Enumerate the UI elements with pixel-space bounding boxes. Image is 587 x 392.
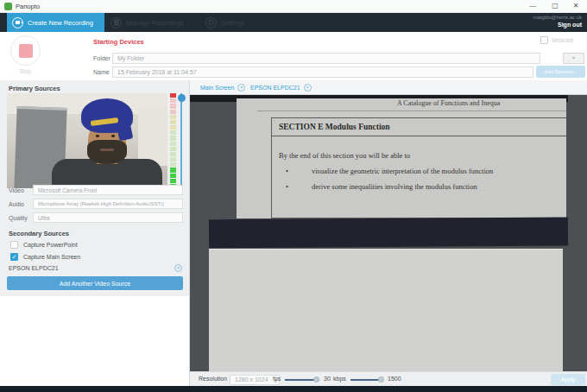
tab-epson-elpdc21[interactable]: EPSON ELPDC21 ×: [250, 80, 312, 95]
secondary-device-name: EPSON ELPDC21: [9, 265, 59, 271]
minimize-button[interactable]: —: [523, 0, 542, 12]
audio-label: Audio: [9, 201, 24, 207]
document-section-title: SECTION E Modulus Function: [272, 118, 566, 136]
close-button[interactable]: ✕: [566, 0, 585, 12]
kbps-slider-track[interactable]: [350, 379, 382, 381]
join-session-button[interactable]: Join Session...: [536, 66, 585, 78]
fps-label: fps: [273, 376, 281, 382]
capture-main-screen-label: Capture Main Screen: [23, 254, 80, 260]
folder-dropdown-button[interactable]: ▾: [563, 53, 584, 64]
maximize-button[interactable]: ▢: [546, 0, 565, 12]
capture-powerpoint-option[interactable]: Capture PowerPoint: [10, 241, 78, 249]
gain-slider-track[interactable]: [180, 93, 182, 188]
secondary-sources-title: Secondary Sources: [9, 230, 69, 237]
name-input[interactable]: 15 February 2018 at 11:04:57: [112, 66, 533, 78]
close-tab-icon[interactable]: ×: [304, 84, 312, 92]
video-value: Microsoft Camera Front: [38, 187, 97, 193]
panopto-logo-icon: [4, 3, 12, 10]
capture-main-screen-checkbox[interactable]: ✓: [10, 253, 18, 261]
bullet-icon: •: [286, 167, 288, 175]
camera-icon: [12, 17, 23, 28]
gain-slider-handle[interactable]: [178, 94, 186, 102]
document-header-text: A Catalogue of Functions and Inequa: [397, 99, 500, 107]
name-label: Name: [93, 69, 110, 75]
title-bar: Panopto — ▢ ✕: [0, 0, 587, 13]
kbps-slider-handle[interactable]: [378, 376, 384, 383]
audio-select[interactable]: Microphone Array (Realtek High Definitio…: [33, 199, 183, 209]
quality-label: Quality: [9, 215, 28, 221]
video-label: Video: [9, 187, 24, 193]
document-lower-page: [209, 249, 563, 371]
video-select[interactable]: Microsoft Camera Front: [33, 185, 183, 195]
webcast-option[interactable]: Webcast: [540, 36, 573, 44]
window-title: Panopto: [16, 3, 40, 10]
sources-panel-lower: [0, 296, 190, 386]
document-intro: By the end of this section you will be a…: [279, 151, 410, 160]
document-bullet-1: visualize the geometric interpretation o…: [312, 167, 493, 175]
resolution-value: 1280 x 1024: [235, 376, 275, 383]
webcast-checkbox[interactable]: [540, 36, 548, 44]
name-value: 15 February 2018 at 11:04:57: [117, 69, 197, 75]
fps-value: 30: [324, 376, 331, 382]
webcam-background-wall: [138, 105, 167, 166]
panopto-recorder-window: Panopto — ▢ ✕ Create New Recording Manag…: [0, 0, 587, 392]
primary-sources-title: Primary Sources: [9, 85, 60, 92]
bottom-strip: [0, 386, 587, 392]
kbps-label: kbps: [333, 376, 346, 382]
nav-settings[interactable]: ⚙ Settings: [205, 13, 244, 32]
webcast-label: Webcast: [552, 37, 573, 43]
nav-create-new-recording[interactable]: Create New Recording: [7, 13, 104, 32]
folder-input[interactable]: My Folder: [112, 53, 540, 64]
document-camera-view: A Catalogue of Functions and Inequa SECT…: [190, 95, 587, 371]
nav-manage-recordings[interactable]: Manage Recordings: [110, 13, 184, 32]
bullet-icon: •: [286, 182, 288, 191]
audio-value: Microphone Array (Realtek High Definitio…: [38, 201, 164, 206]
document-page: A Catalogue of Functions and Inequa SECT…: [237, 98, 566, 218]
add-video-source-button[interactable]: Add Another Video Source: [7, 276, 183, 290]
document-bullet-2: derive some inequalities involving the m…: [312, 182, 477, 191]
sign-out-link[interactable]: Sign out: [452, 22, 582, 28]
kbps-value: 1500: [388, 376, 401, 382]
quality-value: Ultra: [38, 215, 50, 221]
document-dark-band: [209, 218, 568, 249]
stop-button-label: Stop: [10, 68, 41, 74]
resolution-label: Resolution: [199, 376, 227, 382]
preview-tab-bar: Main Screen × EPSON ELPDC21 ×: [190, 80, 587, 95]
tab-main-screen[interactable]: Main Screen ×: [200, 80, 245, 95]
preview-settings-bar: Resolution 1280 x 1024 ▾ fps 30 kbps 150…: [190, 371, 587, 386]
user-email: matgklu@herts.ac.uk: [452, 15, 582, 20]
remove-source-icon[interactable]: ×: [174, 264, 182, 272]
quality-select[interactable]: Ultra: [33, 212, 183, 223]
folder-label: Folder: [93, 55, 110, 61]
capture-powerpoint-label: Capture PowerPoint: [23, 242, 78, 248]
fps-slider-handle[interactable]: [313, 376, 319, 383]
capture-main-screen-option[interactable]: ✓ Capture Main Screen: [10, 253, 80, 261]
status-text: Starting Devices: [93, 38, 144, 46]
capture-powerpoint-checkbox[interactable]: [10, 241, 18, 249]
audio-level-meter: [170, 93, 176, 188]
folder-value: My Folder: [117, 55, 144, 61]
close-tab-icon[interactable]: ×: [237, 84, 245, 92]
webcam-preview: [7, 93, 167, 188]
apply-button[interactable]: Apply: [551, 374, 585, 385]
list-icon: [110, 17, 122, 28]
gear-icon: ⚙: [205, 17, 217, 28]
stop-square-icon: [19, 44, 33, 58]
document-section-box: SECTION E Modulus Function By the end of…: [271, 117, 566, 218]
stop-button[interactable]: [10, 35, 41, 66]
